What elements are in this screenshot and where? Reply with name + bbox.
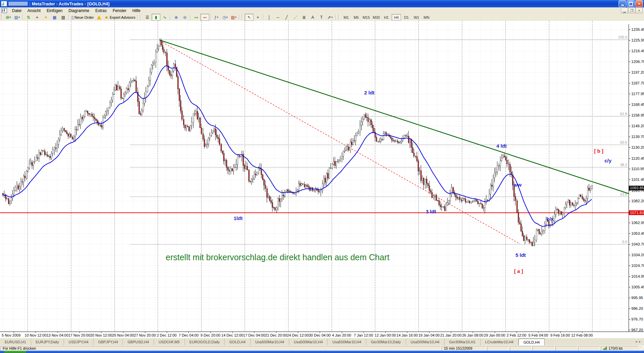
menu-einfgen[interactable]: Einfügen xyxy=(44,8,65,14)
chart-tab-11-ger30mar10daily[interactable]: Ger30Mar10,Daily xyxy=(366,339,406,346)
chart-tab-1-eurjpydaily[interactable]: EURJPY,Daily xyxy=(31,339,64,346)
templates-button[interactable]: ▨▾ xyxy=(229,14,238,21)
zoom-in-button[interactable]: ⊕ xyxy=(172,14,180,21)
period-mn[interactable]: MN xyxy=(422,14,431,20)
new-order-label: Neue Order xyxy=(75,15,94,19)
annotation-2ldt: 2 ldt xyxy=(364,90,375,95)
svg-text:4 Jan 20:00: 4 Jan 20:00 xyxy=(332,333,351,337)
toolbar-grip[interactable] xyxy=(1,15,3,20)
auto-scroll-button[interactable]: ↦ xyxy=(192,14,200,21)
tabs-scroll-right-icon[interactable]: ▸ xyxy=(639,340,641,343)
chart-window-icon[interactable] xyxy=(1,8,7,13)
chart-tab-9-usa500mar10h4[interactable]: Usa500Mar10,H4 xyxy=(289,339,328,346)
svg-text:27 Nov 20:00: 27 Nov 20:00 xyxy=(134,333,156,337)
period-m5[interactable]: M5 xyxy=(351,14,361,20)
svg-text:1101.45: 1101.45 xyxy=(631,178,644,182)
zoom-out-button[interactable]: ⊖ xyxy=(180,14,189,21)
terminal-button[interactable]: ▦ xyxy=(50,14,59,21)
arrows-button[interactable]: ⇗▾ xyxy=(326,14,334,21)
menu-diagramme[interactable]: Diagramme xyxy=(66,8,92,14)
period-m15[interactable]: M15 xyxy=(361,14,371,20)
fibonacci-button[interactable]: ≣ xyxy=(300,14,308,21)
trendline-button[interactable]: ╱ xyxy=(282,14,291,21)
child-minimize-button[interactable]: ▁ xyxy=(621,8,628,13)
svg-text:21 Jan 20:00: 21 Jan 20:00 xyxy=(440,333,462,337)
period-h4[interactable]: H4 xyxy=(392,14,401,20)
chart-tab-8-usa500mar10h4[interactable]: Usa500Mar10,H4 xyxy=(251,339,289,346)
resize-grip[interactable] xyxy=(639,346,644,351)
child-close-button[interactable]: × xyxy=(636,8,643,13)
crosshair-button[interactable]: + xyxy=(253,14,262,21)
chart-tab-6-eurogolddaily[interactable]: EUROGOLD,Daily xyxy=(185,339,225,346)
chart-tab-7-goldh4[interactable]: GOLD,H4 xyxy=(225,339,250,346)
expert-advisors-button[interactable]: ☻Expert Advisors xyxy=(103,14,136,21)
chart-tab-15-goldh4[interactable]: GOLD,H4 xyxy=(518,339,545,346)
svg-text:2 Feb 12:00: 2 Feb 12:00 xyxy=(507,333,527,337)
tabs-scroll-left-icon[interactable]: ◂ xyxy=(635,340,637,343)
status-empty-cell xyxy=(510,346,532,351)
indicators-button[interactable]: ƒ▾ xyxy=(212,14,221,21)
equidistant-channel-button[interactable]: ⋰ xyxy=(291,14,300,21)
chart-tab-4-gbpusdh4[interactable]: GBPUSD,H4 xyxy=(123,339,154,346)
svg-text:61.8: 61.8 xyxy=(620,112,627,116)
svg-text:1024.70: 1024.70 xyxy=(631,264,644,268)
vertical-line-button[interactable]: │ xyxy=(265,14,273,21)
new-chart-button[interactable]: ⊞▾ xyxy=(4,14,13,21)
text-label-button[interactable]: T xyxy=(317,14,326,21)
chart-tab-10-usa500mar10h4[interactable]: Usa500Mar10,H4 xyxy=(328,339,366,346)
chart-tab-14-lcrudemar10h4[interactable]: LCrudeMar10,H4 xyxy=(481,339,518,346)
period-buttons: M1M5M15M30H1H4D1W1MN xyxy=(341,14,431,20)
strategy-tester-button[interactable]: ▧ xyxy=(59,14,68,21)
chart-tab-0-eurusdh1[interactable]: EURUSD,H1 xyxy=(0,339,31,346)
maximize-button[interactable] xyxy=(627,0,635,7)
cursor-button[interactable]: ↖ xyxy=(245,14,253,21)
child-restore-button[interactable]: ❐ xyxy=(628,8,635,13)
chart-profiles-button[interactable]: ▤▾ xyxy=(13,14,21,21)
period-d1[interactable]: D1 xyxy=(402,14,411,20)
periods-button[interactable]: ◷▾ xyxy=(221,14,229,21)
menu-ansicht[interactable]: Ansicht xyxy=(24,8,44,14)
metaeditor-icon[interactable] xyxy=(95,14,103,21)
gold-h4-chart[interactable]: 100.061.850.038.223.60.0erstellt mit bro… xyxy=(0,21,644,338)
svg-text:7 Dec 04:00: 7 Dec 04:00 xyxy=(179,333,198,337)
chart-tab-13-ger30mar10h1[interactable]: Ger30Mar10,H1 xyxy=(445,339,481,346)
svg-text:1043.70: 1043.70 xyxy=(631,242,644,246)
market-watch-button[interactable]: ⇅ xyxy=(24,14,33,21)
menu-fenster[interactable]: Fenster xyxy=(110,8,130,14)
svg-text:26 Jan 08:00: 26 Jan 08:00 xyxy=(462,333,483,337)
period-m1[interactable]: M1 xyxy=(341,14,351,20)
chart-tab-2-usdjpyh4[interactable]: USDJPY,H4 xyxy=(64,339,93,346)
minimize-button[interactable] xyxy=(619,0,626,7)
chart-shift-button[interactable]: ↤ xyxy=(200,14,209,21)
start-button-fragment[interactable] xyxy=(4,351,26,353)
period-w1[interactable]: W1 xyxy=(412,14,421,20)
chart-tab-3-gbpjpyh4[interactable]: GBPJPY,H4 xyxy=(93,339,123,346)
menu-extras[interactable]: Extras xyxy=(92,8,110,14)
title-bar: : MetaTrader - ActivTrades - [GOLD,H4] × xyxy=(0,0,644,7)
new-order-button[interactable]: ▯Neue Order xyxy=(70,14,95,21)
bar-chart-button[interactable]: ☰ xyxy=(143,14,152,21)
annotation-a: [ a ] xyxy=(514,268,523,274)
line-chart-button[interactable]: ∿ xyxy=(160,14,169,21)
svg-text:1216.45: 1216.45 xyxy=(631,49,644,53)
menu-hilfe[interactable]: Hilfe xyxy=(129,8,143,14)
svg-text:14 Dec 12:00: 14 Dec 12:00 xyxy=(221,333,243,337)
close-button[interactable]: × xyxy=(635,0,643,7)
svg-text:1149.20: 1149.20 xyxy=(631,124,644,128)
menu-bar: DateiAnsichtEinfügenDiagrammeExtrasFenst… xyxy=(0,7,644,14)
svg-text:12 Jan 00:00: 12 Jan 00:00 xyxy=(375,333,396,337)
svg-text:9 Feb 16:00: 9 Feb 16:00 xyxy=(550,333,570,337)
text-button[interactable]: A xyxy=(308,14,317,21)
svg-text:14 Jan 16:00: 14 Jan 16:00 xyxy=(397,333,418,337)
svg-text:1235.45: 1235.45 xyxy=(631,27,644,31)
period-m30[interactable]: M30 xyxy=(372,14,381,20)
chart-tab-12-usa500mar10h4[interactable]: Usa500Mar10,H4 xyxy=(406,339,445,346)
period-h1[interactable]: H1 xyxy=(382,14,391,20)
navigator-button[interactable]: ✦ xyxy=(42,14,50,21)
data-window-button[interactable]: ⌖ xyxy=(33,14,42,21)
horizontal-line-button[interactable]: ─ xyxy=(273,14,282,21)
chart-tab-5-usdchfm5[interactable]: USDCHF,M5 xyxy=(154,339,185,346)
svg-text:1158.95: 1158.95 xyxy=(631,113,644,117)
candlestick-chart-button[interactable]: ▮ xyxy=(152,14,160,21)
menu-datei[interactable]: Datei xyxy=(9,8,24,14)
